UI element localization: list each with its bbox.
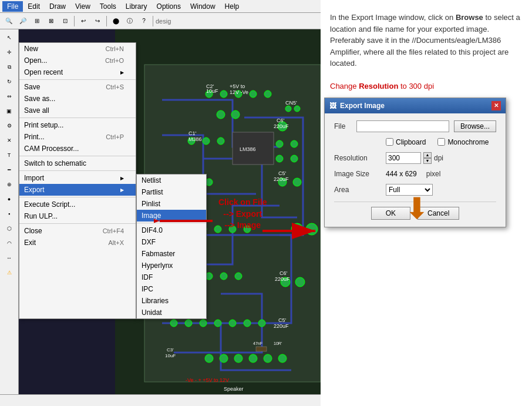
menu-edit[interactable]: Edit (23, 1, 45, 12)
menu-close-label: Close (24, 227, 42, 235)
menu-execute-script-label: Execute Script... (24, 200, 75, 209)
dialog-monochrome-checkbox[interactable] (437, 138, 445, 146)
tool-rotate[interactable]: ↻ (2, 75, 16, 89)
svg-point-13 (217, 137, 224, 145)
menu-save[interactable]: Save Ctrl+S (19, 81, 136, 93)
tool-drc[interactable]: ⚠ (2, 266, 16, 280)
dialog-resolution-row: Resolution ▲ ▼ dpi (334, 152, 496, 164)
toolbar-design-label: desig (156, 18, 171, 25)
dialog-file-input[interactable] (356, 120, 449, 132)
tool-mirror[interactable]: ⇔ (2, 89, 16, 103)
export-ipc[interactable]: IPC (137, 283, 206, 295)
menu-sep-4 (19, 170, 136, 171)
menu-export[interactable]: Export ▶ (19, 184, 136, 196)
export-partlist[interactable]: Partlist (137, 186, 206, 198)
toolbar-zoom-full[interactable]: ⊡ (59, 15, 72, 28)
dialog-resolution-label: Resolution (334, 153, 381, 163)
toolbar-redo[interactable]: ↪ (91, 15, 104, 28)
tool-polygon[interactable]: ⬡ (2, 222, 16, 236)
toolbar-undo[interactable]: ↩ (77, 15, 90, 28)
svg-point-9 (285, 106, 291, 112)
tool-select[interactable]: ↖ (2, 31, 16, 45)
export-dxf[interactable]: DXF (137, 236, 206, 248)
dialog-monochrome-label[interactable]: Monochrome (437, 137, 489, 147)
toolbar-info[interactable]: ⓘ (123, 15, 136, 28)
export-idf[interactable]: IDF (137, 271, 206, 283)
toolbar-zoom-fit[interactable]: ⊞ (31, 15, 43, 28)
menu-new[interactable]: New Ctrl+N (19, 43, 136, 55)
menu-exit[interactable]: Exit Alt+X (19, 237, 136, 249)
menu-save-label: Save (24, 83, 40, 91)
tool-arc[interactable]: ◠ (2, 236, 16, 250)
tool-smd[interactable]: ▪ (2, 207, 16, 221)
tool-copy[interactable]: ⧉ (2, 60, 16, 74)
tool-wire[interactable]: ━ (2, 163, 16, 177)
toolbar-zoom-in[interactable]: 🔍 (2, 15, 15, 28)
export-hyperlynx[interactable]: Hyperlynx (137, 260, 206, 271)
tool-via[interactable]: ⊕ (2, 177, 16, 192)
menu-open-shortcut: Ctrl+O (105, 57, 124, 64)
menu-save-as[interactable]: Save as... (19, 93, 136, 105)
toolbar-zoom-area[interactable]: ⊠ (45, 15, 58, 28)
dialog-image-size-value: 444 x 629 (386, 169, 417, 179)
menu-open-recent-arrow: ▶ (120, 70, 124, 75)
export-netlist[interactable]: Netlist (137, 175, 206, 186)
tool-change[interactable]: ⚙ (2, 119, 16, 133)
toolbar-zoom-out[interactable]: 🔎 (16, 15, 29, 28)
dialog-browse-button[interactable]: Browse... (454, 120, 496, 132)
svg-point-5 (250, 90, 257, 98)
tool-pad[interactable]: ● (2, 192, 16, 206)
menu-open-label: Open... (24, 56, 47, 65)
menu-cam-processor[interactable]: CAM Processor... (19, 143, 136, 155)
export-unidat[interactable]: Unidat (137, 307, 206, 318)
menu-tools[interactable]: Tools (95, 1, 121, 12)
menu-print-setup[interactable]: Print setup... (19, 119, 136, 131)
tool-dimension[interactable]: ↔ (2, 251, 16, 265)
left-arrow-svg (154, 210, 213, 231)
menu-options[interactable]: Options (152, 1, 186, 12)
menu-help[interactable]: Help (220, 1, 244, 12)
menu-import[interactable]: Import ▶ (19, 172, 136, 184)
tool-delete[interactable]: ✕ (2, 133, 16, 147)
menu-import-label: Import (24, 174, 44, 182)
toolbar-help[interactable]: ? (137, 15, 150, 28)
menu-window[interactable]: Window (186, 1, 220, 12)
menu-open-recent[interactable]: Open recent ▶ (19, 66, 136, 78)
menu-view[interactable]: View (70, 1, 95, 12)
tool-text[interactable]: T (2, 148, 16, 162)
dialog-resolution-up[interactable]: ▲ (423, 152, 432, 158)
svg-text:C5': C5' (278, 317, 287, 323)
svg-point-6 (264, 90, 271, 98)
dialog-close-button[interactable]: ✕ (491, 101, 501, 110)
svg-point-50 (234, 354, 243, 363)
menu-print-setup-label: Print setup... (24, 121, 63, 129)
tool-move[interactable]: ✛ (2, 45, 16, 59)
left-sidebar: ↖ ✛ ⧉ ↻ ⇔ ▣ ⚙ ✕ T ━ ⊕ ● ▪ ⬡ ◠ ↔ ⚠ (0, 29, 19, 406)
menu-library[interactable]: Library (121, 1, 152, 12)
export-pinlist[interactable]: Pinlist (137, 198, 206, 210)
menu-run-ulp[interactable]: Run ULP... (19, 210, 136, 222)
dialog-resolution-down[interactable]: ▼ (423, 158, 432, 164)
menu-sep-5 (19, 197, 136, 197)
export-libraries[interactable]: Libraries (137, 295, 206, 307)
menu-new-label: New (24, 45, 38, 53)
menu-open[interactable]: Open... Ctrl+O (19, 55, 136, 66)
dialog-clipboard-checkbox[interactable] (386, 138, 393, 146)
dialog-resolution-unit: dpi (434, 153, 443, 163)
export-fabmaster[interactable]: Fabmaster (137, 248, 206, 260)
tool-group[interactable]: ▣ (2, 104, 16, 118)
menu-import-arrow: ▶ (120, 176, 124, 181)
menu-close[interactable]: Close Ctrl+F4 (19, 225, 136, 237)
menu-save-all[interactable]: Save all (19, 105, 136, 116)
menu-draw[interactable]: Draw (45, 1, 70, 12)
menu-print[interactable]: Print... Ctrl+P (19, 131, 136, 143)
svg-point-14 (276, 140, 283, 147)
toolbar-sep-2 (106, 16, 107, 26)
main-layout: ↖ ✛ ⧉ ↻ ⇔ ▣ ⚙ ✕ T ━ ⊕ ● ▪ ⬡ ◠ ↔ ⚠ (0, 29, 532, 406)
menu-switch-schematic[interactable]: Switch to schematic (19, 157, 136, 169)
menu-execute-script[interactable]: Execute Script... (19, 199, 136, 210)
toolbar-stop[interactable]: ⬤ (109, 15, 122, 28)
menu-file[interactable]: File (2, 1, 23, 12)
dialog-clipboard-label[interactable]: Clipboard (386, 137, 426, 147)
dialog-resolution-input[interactable] (386, 152, 421, 164)
